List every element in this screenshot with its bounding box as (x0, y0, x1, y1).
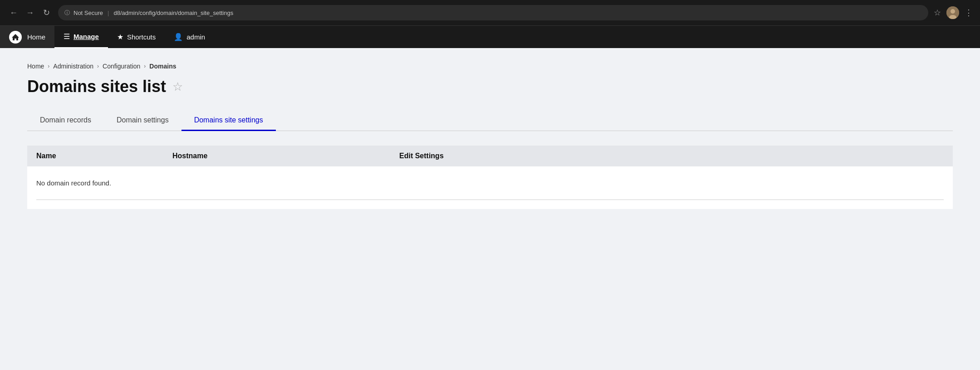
tab-domains-site-settings[interactable]: Domains site settings (181, 111, 276, 131)
forward-button[interactable]: → (24, 6, 36, 19)
tabs: Domain records Domain settings Domains s… (27, 111, 953, 131)
table-divider (36, 200, 944, 200)
breadcrumb-sep-1: › (48, 63, 49, 69)
breadcrumb-sep-2: › (97, 63, 99, 69)
table-section: Name Hostname Edit Settings No domain re… (27, 146, 953, 209)
refresh-button[interactable]: ↻ (40, 6, 53, 19)
table-body: No domain record found. (27, 166, 953, 209)
favorite-star-icon[interactable]: ☆ (172, 80, 183, 94)
breadcrumb-administration[interactable]: Administration (53, 63, 93, 70)
admin-user-icon: 👤 (174, 33, 183, 41)
browser-chrome: ← → ↻ ⓘ Not Secure | d8/admin/config/dom… (0, 0, 980, 25)
drupal-toolbar: Home ☰ Manage ★ Shortcuts 👤 admin (0, 25, 980, 48)
breadcrumb-current: Domains (149, 63, 176, 70)
shortcuts-icon: ★ (117, 33, 123, 41)
table-header: Name Hostname Edit Settings (27, 146, 953, 166)
bookmark-icon[interactable]: ☆ (934, 8, 941, 18)
column-edit-settings: Edit Settings (399, 152, 944, 160)
browser-right-icons: ☆ ⋮ (934, 6, 973, 19)
column-hostname: Hostname (172, 152, 399, 160)
toolbar-manage[interactable]: ☰ Manage (54, 26, 108, 48)
security-label: Not Secure (74, 10, 103, 16)
admin-label: admin (186, 33, 205, 41)
address-bar[interactable]: ⓘ Not Secure | d8/admin/config/domain/do… (58, 5, 928, 20)
breadcrumb-sep-3: › (144, 63, 146, 69)
page-title: Domains sites list (27, 77, 166, 96)
breadcrumb-home[interactable]: Home (27, 63, 44, 70)
svg-marker-3 (12, 34, 19, 40)
back-button[interactable]: ← (7, 6, 20, 19)
url-separator: | (108, 10, 109, 16)
column-name: Name (36, 152, 172, 160)
shortcuts-label: Shortcuts (127, 33, 156, 41)
browser-nav-buttons: ← → ↻ (7, 6, 53, 19)
toolbar-admin[interactable]: 👤 admin (165, 26, 214, 48)
home-label: Home (27, 33, 45, 41)
user-avatar[interactable] (946, 6, 959, 19)
security-icon: ⓘ (64, 9, 70, 17)
no-records-message: No domain record found. (36, 175, 944, 190)
tab-domain-records[interactable]: Domain records (27, 111, 104, 131)
toolbar-shortcuts[interactable]: ★ Shortcuts (108, 26, 165, 48)
breadcrumb: Home › Administration › Configuration › … (27, 63, 953, 70)
page-content: Home › Administration › Configuration › … (0, 48, 980, 370)
manage-icon: ☰ (64, 32, 70, 41)
manage-label: Manage (74, 33, 99, 40)
breadcrumb-configuration[interactable]: Configuration (103, 63, 140, 70)
tab-domain-settings[interactable]: Domain settings (104, 111, 181, 131)
toolbar-home[interactable]: Home (0, 26, 54, 48)
url-display: d8/admin/config/domain/domain_site_setti… (113, 10, 233, 16)
home-circle-icon (9, 31, 22, 44)
more-options-icon[interactable]: ⋮ (965, 8, 973, 18)
page-title-row: Domains sites list ☆ (27, 77, 953, 96)
svg-point-1 (951, 9, 955, 14)
